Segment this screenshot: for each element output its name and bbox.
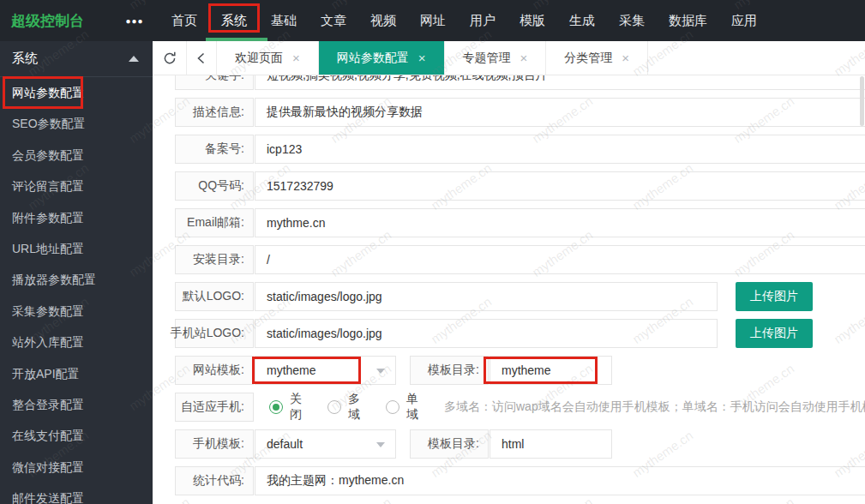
vertical-scrollbar-thumb[interactable] (860, 76, 864, 126)
upload-image-button[interactable]: 上传图片 (736, 319, 813, 348)
nav-item[interactable]: 基础 (261, 13, 307, 29)
nav-item[interactable]: 生成 (559, 13, 605, 29)
radio-option[interactable]: 多域 (327, 392, 360, 423)
close-icon[interactable]: × (292, 51, 300, 64)
radio-label: 关闭 (290, 392, 302, 423)
field-label: 关键字: (175, 75, 254, 90)
form-row: 描述信息:提供最新最快的视频分享数据 (175, 98, 865, 127)
logo-path-input[interactable]: static/images/logo.jpg (255, 282, 718, 311)
tab[interactable]: 专题管理× (445, 41, 547, 75)
caret-down-icon (376, 442, 385, 447)
text-input[interactable]: mythme.cn (255, 208, 865, 237)
form-row: 网站模板:mytheme模板目录:mytheme (175, 356, 865, 385)
sidebar-item[interactable]: SEO参数配置 (0, 108, 153, 139)
field-label: 备案号: (175, 135, 254, 164)
form-row: 手机模板:default模板目录:html (175, 429, 865, 459)
logo-path-input[interactable]: static/images/logo.jpg (255, 319, 718, 348)
upload-image-button[interactable]: 上传图片 (736, 282, 813, 311)
field-label: 自适应手机: (175, 393, 254, 422)
field-label: 统计代码: (175, 466, 254, 495)
close-icon[interactable]: × (418, 51, 426, 64)
sidebar-menu: 网站参数配置SEO参数配置会员参数配置评论留言配置附件参数配置URL地址配置播放… (0, 77, 153, 504)
nav-item[interactable]: 数据库 (658, 13, 718, 29)
radio-option[interactable]: 单域 (386, 392, 418, 423)
template-dir-input[interactable]: html (490, 429, 612, 459)
radio-circle-icon (327, 400, 341, 414)
close-icon[interactable]: × (622, 51, 629, 64)
radio-circle-icon (269, 400, 283, 414)
radio-label: 单域 (406, 392, 418, 423)
chevron-left-icon (195, 51, 208, 65)
close-icon[interactable]: × (520, 51, 528, 64)
tab-label: 网站参数配置 (337, 51, 409, 66)
field-label: 手机模板: (175, 429, 254, 459)
field-label: 模板目录: (410, 356, 489, 385)
form-row: 统计代码:我的主题网：mytheme.cn (175, 466, 865, 495)
tab-bar: 欢迎页面×网站参数配置×专题管理×分类管理× (153, 41, 865, 75)
sidebar-item[interactable]: 附件参数配置 (0, 202, 153, 233)
caret-down-icon (376, 369, 385, 374)
form-row: 手机站LOGO:static/images/logo.jpg上传图片 (175, 319, 865, 348)
nav-item[interactable]: 网址 (410, 13, 456, 29)
sidebar-header[interactable]: 系统 (0, 41, 153, 77)
text-input[interactable]: 1517232799 (255, 171, 865, 201)
form-row: 关键字:短视频,搞笑视频,视频分享,免费视频,在线视频,预告片 (175, 75, 865, 90)
tab[interactable]: 欢迎页面× (217, 41, 319, 75)
field-label: 安装目录: (175, 245, 254, 274)
sidebar-item[interactable]: 网站参数配置 (0, 77, 153, 108)
nav-item[interactable]: 文章 (310, 13, 357, 29)
refresh-button[interactable] (153, 41, 187, 75)
nav-item[interactable]: 首页 (161, 13, 207, 29)
field-label: 模板目录: (410, 429, 489, 459)
sidebar-item[interactable]: 微信对接配置 (0, 452, 153, 483)
radio-group: 关闭多域单域 (269, 393, 444, 422)
sidebar-item[interactable]: 站外入库配置 (0, 327, 153, 357)
tab[interactable]: 网站参数配置× (319, 41, 445, 75)
field-label: 网站模板: (175, 356, 254, 385)
tab-list: 欢迎页面×网站参数配置×专题管理×分类管理× (217, 41, 648, 75)
sidebar-item[interactable]: 邮件发送配置 (0, 483, 153, 504)
form-row: 默认LOGO:static/images/logo.jpg上传图片 (175, 282, 865, 311)
template-select[interactable]: mytheme (255, 356, 396, 385)
sidebar-item[interactable]: 播放器参数配置 (0, 264, 153, 295)
sidebar-item[interactable]: 在线支付配置 (0, 420, 153, 451)
hint-text: 多域名：访问wap域名会自动使用手机模板；单域名：手机访问会自动使用手机模板 (444, 393, 865, 422)
field-label: Email邮箱: (175, 208, 254, 237)
field-label: 手机站LOGO: (175, 319, 254, 348)
text-input[interactable]: 提供最新最快的视频分享数据 (255, 98, 865, 127)
form-row: QQ号码:1517232799 (175, 171, 865, 201)
text-input[interactable]: / (255, 245, 865, 274)
nav-item[interactable]: 系统 (211, 13, 257, 29)
collapse-up-icon (129, 56, 139, 62)
tab-scroll-left-button[interactable] (187, 41, 217, 75)
text-input[interactable]: icp123 (255, 135, 865, 164)
tab[interactable]: 分类管理× (546, 41, 648, 75)
active-nav-underline (206, 38, 267, 41)
sidebar: 系统 网站参数配置SEO参数配置会员参数配置评论留言配置附件参数配置URL地址配… (0, 41, 153, 504)
form-row: 自适应手机:关闭多域单域多域名：访问wap域名会自动使用手机模板；单域名：手机访… (175, 393, 865, 422)
sidebar-item[interactable]: 会员参数配置 (0, 140, 153, 171)
sidebar-item[interactable]: 评论留言配置 (0, 171, 153, 201)
sidebar-item[interactable]: 采集参数配置 (0, 296, 153, 327)
tab-label: 欢迎页面 (235, 51, 283, 66)
field-label: QQ号码: (175, 171, 254, 201)
sidebar-item[interactable]: URL地址配置 (0, 233, 153, 264)
nav-item[interactable]: 用户 (460, 13, 506, 29)
nav-menu: 首页系统基础文章视频网址用户模版生成采集数据库应用 (159, 0, 769, 41)
sidebar-item[interactable]: 整合登录配置 (0, 389, 153, 420)
radio-option[interactable]: 关闭 (269, 392, 302, 423)
refresh-icon (162, 51, 177, 66)
template-dir-input[interactable]: mytheme (490, 356, 612, 385)
nav-item[interactable]: 视频 (360, 13, 406, 29)
form-row: 安装目录:/ (175, 245, 865, 274)
nav-item[interactable]: 应用 (721, 13, 767, 29)
sidebar-item[interactable]: 开放API配置 (0, 358, 153, 389)
form-row: 备案号:icp123 (175, 135, 865, 164)
collapse-menu-icon[interactable]: ●●● (122, 16, 147, 26)
template-select[interactable]: default (255, 429, 396, 459)
tab-label: 专题管理 (463, 51, 511, 66)
nav-item[interactable]: 模版 (509, 13, 556, 29)
nav-item[interactable]: 采集 (609, 13, 655, 29)
text-input[interactable]: 短视频,搞笑视频,视频分享,免费视频,在线视频,预告片 (255, 75, 865, 90)
text-input[interactable]: 我的主题网：mytheme.cn (255, 466, 865, 495)
